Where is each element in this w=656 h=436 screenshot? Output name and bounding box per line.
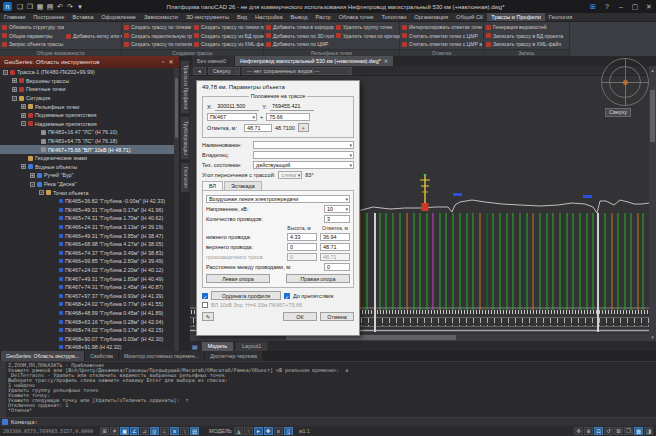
tree-expander[interactable] [52,259,57,264]
redo-icon[interactable]: ↷ [65,1,75,12]
tree-item[interactable]: ПК483+16.47 "ЛС" (Н 76.10) [0,128,174,137]
ribbon-button[interactable]: Добавить нитку или трассу [66,32,122,41]
ordinate-checkbox[interactable]: ✓ [202,293,208,299]
close-button[interactable]: ✕ [642,0,656,13]
pin-icon[interactable]: ▫ [159,56,167,68]
ribbon-tab[interactable]: Вид [233,13,251,21]
distance-field[interactable]: 0 [324,263,350,271]
ribbon-button[interactable]: Удалить группу точек [336,23,400,32]
undo-icon[interactable]: ↶ [55,1,65,12]
view-orientation-dropdown[interactable]: Сверху [208,67,240,75]
x-field[interactable]: 300011.500 [215,103,259,111]
grid-toggle[interactable]: ⊞ [100,427,109,435]
lineweight-toggle[interactable]: ↕ [180,427,189,435]
tree-expander[interactable] [21,156,26,161]
tree-item[interactable]: ПК467+24.02 "Глубина 2.20м" (Н 40.12) [0,266,174,275]
to-obstacle-checkbox[interactable]: ✓ [284,293,290,299]
ribbon-button[interactable]: Считать отметки точек с ЦМР [402,32,482,41]
panel-tab[interactable]: Диспетчер чертежа [205,351,262,361]
dynamic-input-toggle[interactable]: ≡ [170,427,179,435]
cancel-button[interactable]: Отмена [320,312,354,321]
tree-item[interactable]: ПК466+68.98 "Глубина 4.27м" (Н 38.05) [0,240,174,249]
ribbon-button[interactable]: Создать трассу из XML-файла [194,40,264,49]
print-icon[interactable]: ▤ [45,1,55,12]
wire-mark-field[interactable]: 48.71 [320,253,350,261]
tree-item[interactable]: ПК483+64.75 "ЛС" (Н 76.18) [0,137,174,146]
ribbon-tab[interactable]: Оформление [97,13,140,21]
tree-expander[interactable] [52,250,57,255]
wire-height-field[interactable]: 0 [287,253,317,261]
tree-expander[interactable]: + [12,87,17,92]
ribbon-tab[interactable]: Растр [312,13,335,21]
panel-tab[interactable]: GeoSeries: Область инструм... [1,351,84,361]
ribbon-tab[interactable]: 3D-инструменты [182,13,233,21]
tree-expander[interactable]: - [39,190,44,195]
osnap-toggle[interactable]: ▣ [120,427,129,435]
tree-item[interactable]: - Надземные препятствия [0,120,174,129]
properties-toggle-icon[interactable]: ◨ [644,427,653,435]
wires-field[interactable]: 3 [324,215,350,223]
ribbon-button[interactable]: Интерполировать отметки точек [402,23,482,32]
ribbon-button[interactable]: Создать трассу по линии профиля [194,23,264,32]
tree-expander[interactable] [52,302,57,307]
navigation-wheel[interactable] [601,58,649,106]
tree-item[interactable]: ПК467+49.31 "Глубина 1.83м" (Н 40.49) [0,274,174,283]
tree-expander[interactable] [52,242,57,247]
clean-screen-icon[interactable]: ▦ [634,427,643,435]
tree-expander[interactable]: + [21,113,26,118]
tree-expander[interactable] [52,336,57,341]
ribbon-button[interactable]: Обновить структуру трасс [2,23,64,32]
tree-item[interactable]: + Водные объекты [0,163,174,172]
tree-expander[interactable] [52,233,57,238]
offset-field[interactable]: 75.66 [266,113,310,121]
tree-item[interactable]: ПК468+91.98 (Н 42.32) [0,343,174,351]
tree-expander[interactable]: + [12,78,17,83]
maximize-button[interactable]: ▢ [628,0,642,13]
tree-item[interactable]: ПК468+74.02 "Глубина 0.17м" (Н 42.15) [0,326,174,335]
document-tab[interactable]: Нефтепровод магистральный 530 км (+накло… [235,56,393,66]
annoscale-toggle[interactable]: ▸ [254,427,263,435]
tree-item[interactable]: + Пикетные точки [0,85,174,94]
tree-item[interactable]: ПК468+90.07 "Глубина 0.03м" (Н 42.30) [0,334,174,343]
profile-ordinate-button[interactable]: Ордината профиля [211,291,281,300]
ribbon-button[interactable]: Создать трассу по точкам [124,23,192,32]
ribbon-button[interactable]: Записать трассу в БД проекта [486,32,567,41]
wire-mark-field[interactable]: 36.94 [320,233,350,241]
tree-item[interactable]: - Ситуация [0,94,174,103]
layout-list-icon[interactable]: ▤ [192,343,198,350]
ribbon-tab[interactable]: Вставка [68,13,97,21]
autoscale-toggle[interactable]: ✚ [264,427,273,435]
tree-item[interactable]: - Точки объекта [0,188,174,197]
ribbon-button[interactable]: Создать трассу из БД проекта [194,32,264,41]
ribbon-button[interactable]: Общие параметры [2,32,64,41]
tree-item[interactable]: + Подземные препятствия [0,111,174,120]
ribbon-button[interactable]: Генерация ведомостей [486,23,567,32]
tree-item[interactable]: ПК467+97.37 "Глубина 0.93м" (Н 41.39) [0,291,174,300]
tree-expander[interactable] [52,216,57,221]
help-button[interactable]: ? [600,0,614,13]
tree-item[interactable]: ПК466+24.31 "Глубина 3.13м" (Н 39.19) [0,223,174,232]
ribbon-tab[interactable]: Зависимости [140,13,182,21]
ribbon-tab[interactable]: Общий СК [452,13,487,21]
tree-expander[interactable] [52,276,57,281]
layout-tab[interactable]: Модель [201,341,234,352]
wire-height-field[interactable]: 4.33 [287,233,317,241]
lock-ui-icon[interactable]: ⊠ [614,427,623,435]
palette-category-tab[interactable]: Трубопроводы [180,116,190,160]
annotation-toggle[interactable]: ↑ [244,427,253,435]
tree-expander[interactable] [52,319,57,324]
close-icon[interactable]: ✕ [167,56,175,68]
name-combo[interactable] [253,141,354,149]
pan-icon[interactable]: ✜ [574,427,583,435]
ortho-toggle[interactable]: ⊿ [140,427,149,435]
tree-item[interactable]: ПК468+63.16 "Глубина 0.28м" (Н 42.04) [0,317,174,326]
tree-expander[interactable] [52,199,57,204]
layout-grid-icon[interactable]: ⊞ [586,0,600,13]
tree-item[interactable]: ПК465+36.82 "Глубина -0.00м" (Н 42.33) [0,197,174,206]
tree-item[interactable]: + Вершины трассы [0,77,174,86]
ribbon-tab[interactable]: Вывод [287,13,312,21]
open-file-icon[interactable]: ❐ [25,1,35,12]
snap-toggle[interactable]: # [110,427,119,435]
tree-expander[interactable] [34,130,39,135]
ribbon-button[interactable]: Создать параллельную трассу [124,32,192,41]
